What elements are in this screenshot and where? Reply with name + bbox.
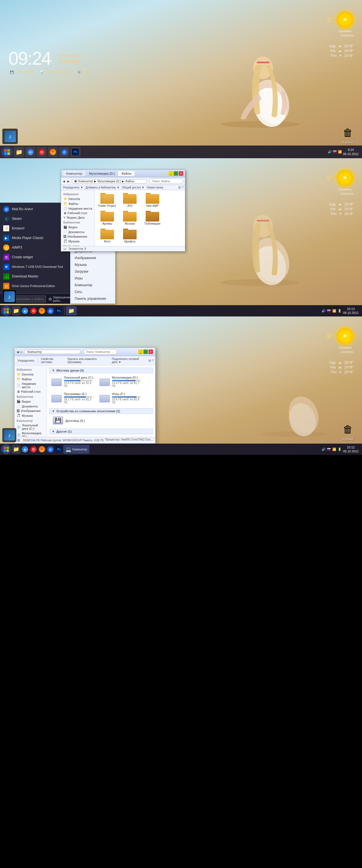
cw-sidebar-docs2[interactable]: 📄Документы — [15, 404, 47, 409]
fe-sidebar-images[interactable]: 🖼Изображения — [61, 234, 95, 239]
trash-icon-3[interactable]: 🗑 Корзина — [341, 422, 355, 441]
cw-sidebar-demcha[interactable]: ⭐Demcha — [15, 372, 47, 377]
cw-other-expand[interactable]: ▼ — [52, 430, 55, 433]
cw-sidebar-desktop2[interactable]: 🖥Рабочий стол — [15, 390, 47, 394]
fe-folder-project[interactable]: Folder Project — [97, 192, 117, 207]
fe-sidebar-desktop[interactable]: 🖥Рабочий стол — [61, 211, 95, 215]
music-player-widget[interactable]: ♪ — [2, 129, 18, 144]
fe-sidebar-files[interactable]: 📁Файлы — [61, 201, 95, 206]
fe-search-input[interactable] — [149, 178, 183, 184]
cw-sidebar-video2[interactable]: 🎬Видео — [15, 399, 47, 404]
fe-tab-multimedia[interactable]: Мультимедиа (D:) — [86, 171, 118, 176]
submenu-item-4[interactable]: Загрузки — [71, 268, 115, 275]
cw-sidebar-local-c2[interactable]: 💿Локальный диск (C:) — [15, 423, 47, 431]
taskbar-icon-opera-3[interactable]: O — [29, 445, 37, 453]
cw-drive-d[interactable]: Мультимедиа (D:) 13,4 ГБ своб. из 81,7 Г… — [99, 375, 144, 389]
fe-folder-jpg[interactable]: JPG — [120, 192, 140, 207]
fe-library-btn[interactable]: Добавить в библиотеку ▼ — [85, 186, 120, 189]
start-item-aimp[interactable]: A AIMP3 — [0, 243, 71, 252]
start-item-dlmaster[interactable]: ↓ Download Master — [0, 272, 71, 281]
start-item-mpc[interactable]: ▶ Media Player Classic — [0, 233, 71, 243]
cw-help-btn[interactable]: ? — [152, 359, 154, 363]
fe-sidebar-music[interactable]: 🎵Музыка — [61, 239, 95, 244]
start-item-mailru[interactable]: @ Mail.Ru Агент ▶ — [0, 204, 71, 214]
submenu-item-8[interactable]: Панель управления — [71, 295, 115, 302]
taskbar-icon-opera-2[interactable]: O — [29, 307, 37, 315]
submenu-item-5[interactable]: Игры — [71, 275, 115, 282]
submenu-item-3[interactable]: Музыка — [71, 261, 115, 268]
fe-folder-music[interactable]: Музыка — [120, 210, 140, 225]
fe-folder-fonts[interactable]: Шрифты — [120, 228, 140, 243]
taskbar-active-fe[interactable]: 📁 — [66, 306, 77, 315]
fe-tab-files[interactable]: Файлы — [118, 171, 135, 176]
start-item-steam[interactable]: S Steam ▶ — [0, 214, 71, 223]
start-item-usb[interactable]: W Windows 7 USB DVD Download Tool — [0, 262, 71, 272]
taskbar-icon-ie-3[interactable]: e — [21, 445, 29, 453]
fe-sidebar-demcha[interactable]: ⭐Demcha — [61, 196, 95, 201]
taskbar-icon-ie[interactable]: e — [25, 147, 35, 157]
fe-folder-photo[interactable]: Фото — [97, 228, 117, 243]
submenu-item-2[interactable]: Изображения — [71, 255, 115, 261]
taskbar-icon-mailru-2[interactable]: @ — [46, 307, 54, 315]
fe-organize-btn[interactable]: Упорядочить ▼ — [63, 186, 83, 189]
taskbar-icon-firefox[interactable]: 🦊 — [48, 147, 58, 157]
cw-organize-btn[interactable]: Упорядочить — [16, 359, 36, 363]
cw-network-btn[interactable]: Подключить сетевой диск ▼ — [110, 357, 147, 364]
start-button[interactable] — [1, 147, 13, 157]
taskbar-icon-mailru-3[interactable]: @ — [46, 445, 54, 453]
cw-drive-c[interactable]: Локальный диск (C:) 13,5 ГБ своб. из 32,… — [51, 375, 96, 389]
cw-drive-e[interactable]: Программы (E:) 18,1 ГБ своб. из 82,2 ГБ — [51, 391, 96, 405]
cw-removable-expand[interactable]: ▼ — [52, 409, 55, 413]
cw-address-bar[interactable]: Компьютер — [24, 350, 81, 354]
taskbar-icon-files[interactable]: 📁 — [14, 147, 24, 157]
cw-sidebar-music2[interactable]: 🎵Музыка — [15, 413, 47, 418]
start-item-widget[interactable]: ⊞ Create widget — [0, 252, 71, 262]
fe-help-icon[interactable]: ? — [182, 186, 183, 189]
taskbar-icon-files-3[interactable]: 📁 — [12, 445, 20, 454]
music-player-widget-2[interactable]: ♪ — [2, 290, 17, 304]
fe-close-btn[interactable]: × — [179, 171, 183, 176]
start-item-driver[interactable]: D Driver Genius Professional Edition — [0, 281, 71, 291]
fe-sidebar-recent[interactable]: 🕐Недавние места — [61, 206, 95, 211]
fe-sidebar-docs[interactable]: 📄Документы — [61, 229, 95, 234]
cw-search-input[interactable] — [83, 349, 117, 354]
taskbar-icon-ie-2[interactable]: e — [21, 307, 29, 315]
fe-tab-computer[interactable]: Компьютер — [63, 171, 86, 176]
fe-newfolder-btn[interactable]: Новая папка — [147, 186, 163, 189]
cw-view-toggle[interactable]: ⊞ — [148, 359, 151, 363]
start-button-3[interactable] — [1, 444, 11, 454]
taskbar-icon-firefox-2[interactable]: 🦊 — [38, 307, 46, 315]
fe-share-btn[interactable]: Общий доступ ▼ — [122, 186, 144, 189]
cw-sidebar-recent2[interactable]: 🕐Недавние места — [15, 381, 47, 390]
start-item-notepad[interactable]: 📝 Блокнот — [0, 223, 71, 233]
music-player-widget-3[interactable]: ♪ — [2, 428, 17, 442]
taskbar-icon-ps-2[interactable]: Ps — [55, 307, 63, 315]
fe-sidebar-yandex[interactable]: YЯндекс.Диск — [61, 215, 95, 220]
cw-maximize-btn[interactable]: □ — [143, 349, 148, 354]
taskbar-icon-files-2[interactable]: 📁 — [12, 306, 20, 315]
fe-back-btn[interactable]: ◀ — [63, 180, 65, 183]
fe-folder-publications[interactable]: Публикации — [142, 210, 162, 225]
taskbar-active-computer[interactable]: 💻 Компьютер — [63, 445, 89, 454]
cw-sidebar-multimedia-d2[interactable]: 💿Мультимедиа (D:) — [15, 431, 47, 437]
fe-sidebar-video[interactable]: 🎬Видео — [61, 225, 95, 229]
fe-maximize-btn[interactable]: □ — [174, 171, 178, 176]
trash-icon[interactable]: 🗑 Корзина — [341, 125, 355, 144]
taskbar-icon-ps-3[interactable]: Ps — [55, 445, 63, 453]
taskbar-icon-mailru[interactable]: @ — [59, 147, 69, 157]
taskbar-icon-ps[interactable]: Ps — [71, 147, 81, 157]
cw-minimize-btn[interactable]: _ — [138, 349, 143, 354]
cw-back-btn[interactable]: ◀ — [17, 350, 19, 353]
cw-drive-f[interactable]: Игры (F:) 10,6 ГБ своб. из 82,6 ГБ — [99, 391, 144, 405]
taskbar-icon-firefox-3[interactable]: 🦊 — [38, 445, 46, 453]
cw-drive-a[interactable]: 💾 Дисковод (A:) — [52, 415, 97, 426]
cw-sidebar-images2[interactable]: 🖼Изображения — [15, 409, 47, 413]
fe-folder-skin[interactable]: Skin AMP — [142, 192, 162, 207]
cw-expand-icon[interactable]: ▼ — [52, 369, 55, 372]
start-button-2[interactable] — [1, 306, 11, 316]
taskbar-icon-opera[interactable]: O — [36, 147, 47, 157]
submenu-item-6[interactable]: Компьютер — [71, 282, 115, 288]
fe-address-bar[interactable]: 💻 Компьютер ▶ Мультимедиа (D:) ▶ Файлы — [72, 179, 147, 183]
fe-forward-btn[interactable]: ▶ — [67, 180, 69, 183]
cw-sidebar-files2[interactable]: 📁Файлы — [15, 377, 47, 381]
